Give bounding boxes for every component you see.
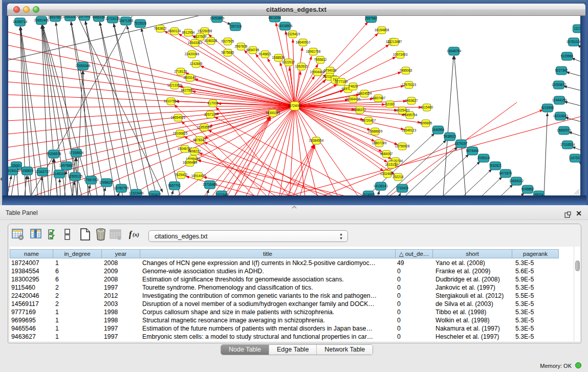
cell-pagerank: 5.6E-5 xyxy=(515,267,559,275)
citation-edge-red[interactable] xyxy=(8,106,295,174)
edge-arrowhead xyxy=(88,185,91,188)
network-window-titlebar[interactable]: citations_edges.txt xyxy=(7,4,585,16)
column-header-year[interactable]: year xyxy=(102,249,140,258)
table-row[interactable]: 1456911722003Disruption of a novel membe… xyxy=(10,300,580,308)
cell-title: Estimation of significance thresholds fo… xyxy=(142,275,396,283)
citation-edge-red[interactable] xyxy=(290,106,295,195)
graph-node-label: 12975115 xyxy=(402,83,416,86)
graph-node-label: 2687682 xyxy=(365,16,378,20)
table-row[interactable]: 946362711997Embryonic stem cells: a mode… xyxy=(10,333,580,341)
table-row[interactable]: 911546021997Tourette syndrome. Phenomeno… xyxy=(10,283,580,292)
citation-edge-red[interactable] xyxy=(199,153,330,195)
citation-edge-black[interactable] xyxy=(100,22,139,195)
split-grabber-icon[interactable] xyxy=(291,206,297,209)
table-row[interactable]: 977716911998Corpus callosum shape and si… xyxy=(10,308,580,316)
table-row[interactable]: 969969511998Structural magnetic resonanc… xyxy=(10,316,580,324)
citation-edge-black[interactable] xyxy=(100,22,132,195)
column-select-icon[interactable] xyxy=(30,228,43,243)
tab-edge-table[interactable]: Edge Table xyxy=(269,345,317,355)
graph-node-label: 16053809 xyxy=(210,16,225,20)
citation-edge-red[interactable] xyxy=(8,58,295,106)
scrollbar-thumb[interactable] xyxy=(575,260,580,271)
table-row[interactable]: 1830029562008Estimation of significance … xyxy=(10,275,580,283)
table-row[interactable]: 2242004622012Investigating the contribut… xyxy=(10,292,580,300)
table-selector-value: citations_edges.txt xyxy=(155,233,208,240)
citation-edge-red[interactable] xyxy=(198,160,347,195)
citation-edge-black[interactable] xyxy=(71,21,105,195)
function-builder-icon[interactable]: f(x) xyxy=(128,228,142,243)
citation-edge-black[interactable] xyxy=(50,159,53,195)
citation-edge-red[interactable] xyxy=(8,82,295,106)
citation-edge-red[interactable] xyxy=(220,117,270,195)
table-selector-dropdown[interactable]: citations_edges.txt ▲▼ xyxy=(148,230,348,242)
citation-edge-red[interactable] xyxy=(295,106,338,195)
graph-node-label: 417006 xyxy=(207,101,219,105)
delete-icon[interactable] xyxy=(94,228,107,243)
cell-pagerank: 5.3E-5 xyxy=(515,316,559,324)
column-header-pagerank[interactable]: pagerank xyxy=(512,249,559,258)
tab-node-table[interactable]: Node Table xyxy=(221,345,269,355)
citation-edge-red[interactable] xyxy=(8,32,295,106)
citation-edge-black[interactable] xyxy=(443,56,453,195)
edge-arrowhead xyxy=(292,39,294,42)
graph-node-label: 5938923 xyxy=(444,135,456,138)
citation-edge-black[interactable] xyxy=(443,161,480,195)
citation-edge-black[interactable] xyxy=(85,21,115,195)
graph-node-label: 12093872 xyxy=(552,83,567,86)
graph-node-label: 19166825 xyxy=(173,132,188,135)
graph-node-label: 7625402 xyxy=(175,173,188,177)
citation-edge-red[interactable] xyxy=(185,73,295,106)
citation-edge-red[interactable] xyxy=(280,145,314,195)
graph-node-label: 5875685 xyxy=(222,51,234,54)
citation-edge-black[interactable] xyxy=(544,113,548,195)
column-header-title[interactable]: title xyxy=(140,249,396,258)
citation-edge-red[interactable] xyxy=(8,106,295,121)
citation-edge-red[interactable] xyxy=(268,106,295,195)
graph-node-label: 18724007 xyxy=(288,104,302,107)
citation-edge-black[interactable] xyxy=(463,169,492,195)
graph-node-label: 19904448 xyxy=(310,70,325,74)
citation-edge-black[interactable] xyxy=(454,56,466,195)
edge-arrowhead xyxy=(546,113,549,116)
close-icon[interactable]: ✕ xyxy=(575,209,583,217)
citation-edge-black[interactable] xyxy=(114,24,157,195)
graph-node-label: 8215955 xyxy=(541,106,554,110)
citation-edge-black[interactable] xyxy=(114,24,149,195)
table-settings-icon[interactable] xyxy=(11,228,25,243)
table-row[interactable]: 946554611997Estimation of the future num… xyxy=(10,324,580,333)
table-panel: Table Panel ✕ f(x) citations_edges.txt ▲… xyxy=(0,205,588,372)
table-row[interactable]: 1938455462009Genome-wide association stu… xyxy=(10,267,580,275)
citation-edge-black[interactable] xyxy=(141,28,180,195)
citation-edge-red[interactable] xyxy=(244,50,295,106)
graph-node-label: 16961758 xyxy=(306,50,321,53)
column-header-out_de[interactable]: △ out_de… xyxy=(396,249,433,258)
column-header-short[interactable]: short xyxy=(433,249,512,258)
graph-node-label: 12342737 xyxy=(35,170,50,173)
toggle-panels-icon[interactable] xyxy=(63,228,72,243)
citation-edge-red[interactable] xyxy=(223,106,295,195)
cell-in_degree: 2 xyxy=(55,283,102,292)
new-document-icon[interactable] xyxy=(79,228,92,243)
citation-edge-red[interactable] xyxy=(8,95,295,106)
graph-node-label: 18807249 xyxy=(372,141,387,145)
table-row[interactable]: 1872400712008Changes of HCN gene express… xyxy=(10,259,580,267)
citation-edge-red[interactable] xyxy=(295,47,302,106)
collapse-panel-icon[interactable] xyxy=(0,177,2,181)
edge-arrowhead xyxy=(160,189,163,192)
select-rows-icon[interactable] xyxy=(47,228,59,243)
tab-network-table[interactable]: Network Table xyxy=(317,345,373,355)
float-window-icon[interactable] xyxy=(564,211,571,218)
column-header-in_degree[interactable]: in_degree xyxy=(53,249,102,258)
graph-node-label: 9327505 xyxy=(222,39,234,43)
network-view-canvas[interactable]: 1405571420691406189378911065326715276026… xyxy=(8,16,580,195)
citation-edge-black[interactable] xyxy=(424,154,469,195)
column-header-name[interactable]: name xyxy=(10,249,53,258)
cell-short: Stergiakouli et al. (2012) xyxy=(435,292,512,300)
frame-border-right xyxy=(580,16,586,195)
citation-edge-black[interactable] xyxy=(482,177,503,195)
citation-edge-red[interactable] xyxy=(208,34,295,106)
graph-node-label: 15692971 xyxy=(557,128,572,132)
cell-short: Yano et al. (2008) xyxy=(435,259,512,267)
resize-grip-icon[interactable] xyxy=(573,188,579,194)
citation-edge-red[interactable] xyxy=(8,106,295,107)
